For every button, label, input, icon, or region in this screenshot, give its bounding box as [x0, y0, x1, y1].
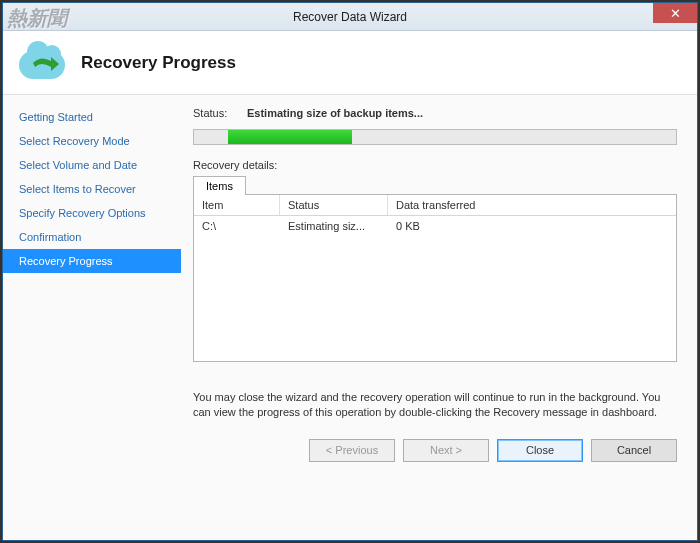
sidebar-item-select-items[interactable]: Select Items to Recover — [3, 177, 181, 201]
sidebar-item-confirmation[interactable]: Confirmation — [3, 225, 181, 249]
col-data[interactable]: Data transferred — [388, 195, 676, 215]
wizard-header: Recovery Progress — [3, 31, 697, 95]
sidebar-item-select-recovery-mode[interactable]: Select Recovery Mode — [3, 129, 181, 153]
status-row: Status: Estimating size of backup items.… — [193, 107, 677, 119]
cloud-restore-icon — [17, 43, 69, 83]
tab-strip: Items — [193, 175, 677, 194]
window-title: Recover Data Wizard — [3, 10, 697, 24]
status-text: Estimating size of backup items... — [247, 107, 423, 119]
sidebar-item-recovery-progress[interactable]: Recovery Progress — [3, 249, 181, 273]
info-note: You may close the wizard and the recover… — [193, 390, 677, 421]
previous-button: < Previous — [309, 439, 395, 462]
titlebar: 熱新聞 Recover Data Wizard ✕ — [3, 3, 697, 31]
wizard-main: Status: Estimating size of backup items.… — [181, 95, 697, 540]
col-item[interactable]: Item — [194, 195, 280, 215]
wizard-sidebar: Getting Started Select Recovery Mode Sel… — [3, 95, 181, 540]
cancel-button[interactable]: Cancel — [591, 439, 677, 462]
status-label: Status: — [193, 107, 247, 119]
next-button: Next > — [403, 439, 489, 462]
table-header: Item Status Data transferred — [194, 195, 676, 216]
col-status[interactable]: Status — [280, 195, 388, 215]
table-row[interactable]: C:\ Estimating siz... 0 KB — [194, 216, 676, 236]
close-button[interactable]: Close — [497, 439, 583, 462]
wizard-window: 熱新聞 Recover Data Wizard ✕ Recovery Progr… — [2, 2, 698, 541]
sidebar-item-getting-started[interactable]: Getting Started — [3, 105, 181, 129]
cell-status: Estimating siz... — [280, 216, 388, 236]
close-icon: ✕ — [670, 6, 681, 21]
cell-data: 0 KB — [388, 216, 508, 236]
recovery-details-label: Recovery details: — [193, 159, 677, 171]
recovery-table: Item Status Data transferred C:\ Estimat… — [193, 194, 677, 362]
progress-bar — [193, 129, 677, 145]
cell-item: C:\ — [194, 216, 280, 236]
sidebar-item-specify-options[interactable]: Specify Recovery Options — [3, 201, 181, 225]
sidebar-item-select-volume-date[interactable]: Select Volume and Date — [3, 153, 181, 177]
progress-fill — [228, 130, 352, 144]
wizard-body: Getting Started Select Recovery Mode Sel… — [3, 95, 697, 540]
page-title: Recovery Progress — [81, 53, 236, 73]
tab-items[interactable]: Items — [193, 176, 246, 195]
window-close-button[interactable]: ✕ — [653, 3, 697, 23]
button-row: < Previous Next > Close Cancel — [193, 439, 677, 466]
